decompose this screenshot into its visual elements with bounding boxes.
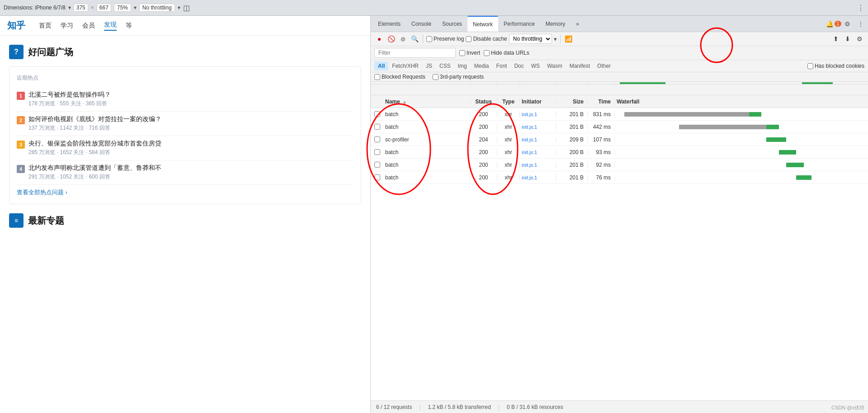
- toolbar-sep-1: [423, 34, 423, 43]
- type-btn-font[interactable]: Font: [492, 61, 510, 70]
- row2-check[interactable]: [371, 124, 383, 130]
- notification-icon[interactable]: 🔔1: [828, 19, 839, 29]
- wifi-icon[interactable]: 📶: [564, 34, 574, 44]
- row2-init[interactable]: init.js:1: [520, 124, 556, 130]
- table-row[interactable]: batch 200 xhr init.js:1 201 B 442 ms: [371, 121, 868, 133]
- row6-check[interactable]: [371, 174, 383, 180]
- tab-network[interactable]: Network: [467, 16, 498, 32]
- row5-init[interactable]: init.js:1: [520, 162, 556, 168]
- hot-item-1[interactable]: 1 北溪二号被炸是低智操作吗？ 178 万浏览 · 555 关注 · 365 回…: [17, 87, 354, 112]
- row4-init[interactable]: init.js:1: [520, 149, 556, 155]
- type-btn-media[interactable]: Media: [471, 61, 493, 70]
- zoom-level[interactable]: 75%: [114, 4, 131, 12]
- type-btn-css[interactable]: CSS: [436, 61, 454, 70]
- third-party-checkbox[interactable]: 3rd-party requests: [433, 74, 484, 80]
- filter-button[interactable]: ⊘: [398, 34, 408, 44]
- invert-input[interactable]: [459, 50, 465, 56]
- hot-q-3[interactable]: 央行、银保监会阶段性放宽部分城市首套住房贷: [28, 140, 161, 148]
- row5-check[interactable]: [371, 162, 383, 168]
- hide-data-urls-input[interactable]: [484, 50, 490, 56]
- hot-q-1[interactable]: 北溪二号被炸是低智操作吗？: [28, 91, 111, 99]
- throttle-select[interactable]: No throttling: [139, 4, 175, 12]
- hot-q-2[interactable]: 如何评价电视剧《底线》对货拉拉一案的改编？: [28, 115, 161, 123]
- row4-check[interactable]: [371, 149, 383, 155]
- filter-input[interactable]: [374, 48, 456, 58]
- hot-item-3[interactable]: 3 央行、银保监会阶段性放宽部分城市首套住房贷 285 万浏览 · 1652 关…: [17, 136, 354, 160]
- has-blocked-input[interactable]: [807, 63, 813, 69]
- invert-checkbox[interactable]: Invert: [459, 50, 480, 56]
- zoom-dropdown[interactable]: ▾: [134, 5, 137, 11]
- tab-more[interactable]: »: [571, 16, 585, 32]
- table-row[interactable]: batch 200 xhr init.js:1 200 B 93 ms: [371, 146, 868, 159]
- row1-check[interactable]: [371, 111, 383, 117]
- import-button[interactable]: ⬆: [831, 34, 841, 44]
- type-btn-other[interactable]: Other: [594, 61, 614, 70]
- hot-item-2[interactable]: 2 如何评价电视剧《底线》对货拉拉一案的改编？ 137 万浏览 · 1142 关…: [17, 112, 354, 136]
- row3-init[interactable]: init.js:1: [520, 136, 556, 143]
- capture-icon[interactable]: ◫: [183, 4, 190, 12]
- tab-console[interactable]: Console: [406, 16, 437, 32]
- type-btn-js[interactable]: JS: [422, 61, 436, 70]
- nav-more[interactable]: 等: [126, 22, 132, 30]
- type-btn-manifest[interactable]: Manifest: [566, 61, 594, 70]
- preserve-log-checkbox[interactable]: Preserve log: [426, 36, 464, 42]
- nav-learn[interactable]: 学习: [61, 22, 73, 30]
- export-button[interactable]: ⬇: [843, 34, 853, 44]
- header-initiator[interactable]: Initiator: [520, 99, 556, 105]
- throttle-dropdown[interactable]: ▾: [554, 36, 557, 42]
- disable-cache-input[interactable]: [466, 36, 472, 42]
- table-row[interactable]: batch 200 xhr init.js:1 201 B 831 ms: [371, 108, 868, 121]
- tab-memory[interactable]: Memory: [540, 16, 571, 32]
- preserve-log-input[interactable]: [426, 36, 432, 42]
- type-btn-fetch[interactable]: Fetch/XHR: [388, 61, 422, 70]
- type-btn-doc[interactable]: Doc: [510, 61, 527, 70]
- viewport-width[interactable]: 375: [74, 4, 88, 12]
- nav-home[interactable]: 首页: [39, 22, 52, 30]
- third-party-input[interactable]: [433, 74, 439, 80]
- nav-discover[interactable]: 发现: [104, 21, 117, 31]
- tab-sources[interactable]: Sources: [437, 16, 467, 32]
- disable-cache-checkbox[interactable]: Disable cache: [466, 36, 507, 42]
- row1-init[interactable]: init.js:1: [520, 111, 556, 117]
- row6-init[interactable]: init.js:1: [520, 174, 556, 181]
- preserve-log-label: Preserve log: [434, 36, 464, 42]
- header-size[interactable]: Size: [556, 99, 588, 105]
- row3-name: sc-profiler: [383, 136, 470, 143]
- header-type[interactable]: Type: [497, 99, 520, 105]
- has-blocked-checkbox[interactable]: Has blocked cookies: [807, 63, 864, 69]
- table-row[interactable]: sc-profiler 204 xhr init.js:1 209 B 107 …: [371, 133, 868, 146]
- table-row[interactable]: batch 200 xhr init.js:1 201 B 92 ms: [371, 159, 868, 171]
- devtools-more-icon[interactable]: ⋮: [855, 19, 866, 29]
- devtools-settings-icon[interactable]: ⚙: [842, 19, 853, 29]
- type-btn-img[interactable]: Img: [454, 61, 471, 70]
- throttle-select[interactable]: No throttling: [509, 34, 552, 44]
- hot-q-4[interactable]: 北约发布声明称北溪管道遭到「蓄意、鲁莽和不: [28, 164, 161, 172]
- hot-item-4[interactable]: 4 北约发布声明称北溪管道遭到「蓄意、鲁莽和不 291 万浏览 · 1052 关…: [17, 160, 354, 185]
- record-button[interactable]: ●: [374, 34, 384, 44]
- table-row[interactable]: batch 200 xhr init.js:1 201 B 76 ms: [371, 171, 868, 184]
- header-time[interactable]: Time: [588, 99, 615, 105]
- hide-data-urls-checkbox[interactable]: Hide data URLs: [484, 50, 529, 56]
- network-settings-icon[interactable]: ⚙: [854, 34, 864, 44]
- header-name[interactable]: Name ▲: [383, 99, 470, 105]
- topbar-dots[interactable]: ⋮: [857, 4, 864, 12]
- blocked-requests-input[interactable]: [374, 74, 380, 80]
- type-btn-ws[interactable]: WS: [528, 61, 543, 70]
- blocked-requests-checkbox[interactable]: Blocked Requests: [374, 74, 425, 80]
- type-btn-all[interactable]: All: [374, 61, 388, 70]
- tab-elements[interactable]: Elements: [373, 16, 406, 32]
- section1-icon: ?: [9, 45, 24, 59]
- stop-button[interactable]: 🚫: [386, 34, 396, 44]
- header-status[interactable]: Status: [470, 99, 497, 105]
- viewport-height[interactable]: 667: [97, 4, 111, 12]
- nav-vip[interactable]: 会员: [82, 22, 95, 30]
- zhihu-logo[interactable]: 知乎: [7, 19, 25, 32]
- type-btn-wasm[interactable]: Wasm: [543, 61, 566, 70]
- dropdown-arrow[interactable]: ▾: [68, 5, 71, 11]
- tab-performance[interactable]: Performance: [498, 16, 540, 32]
- header-waterfall[interactable]: Waterfall: [615, 99, 868, 105]
- search-button[interactable]: 🔍: [410, 34, 420, 44]
- row3-check[interactable]: [371, 136, 383, 142]
- view-all-link[interactable]: 查看全部热点问题 ›: [17, 188, 67, 197]
- throttle-dropdown[interactable]: ▾: [178, 5, 180, 11]
